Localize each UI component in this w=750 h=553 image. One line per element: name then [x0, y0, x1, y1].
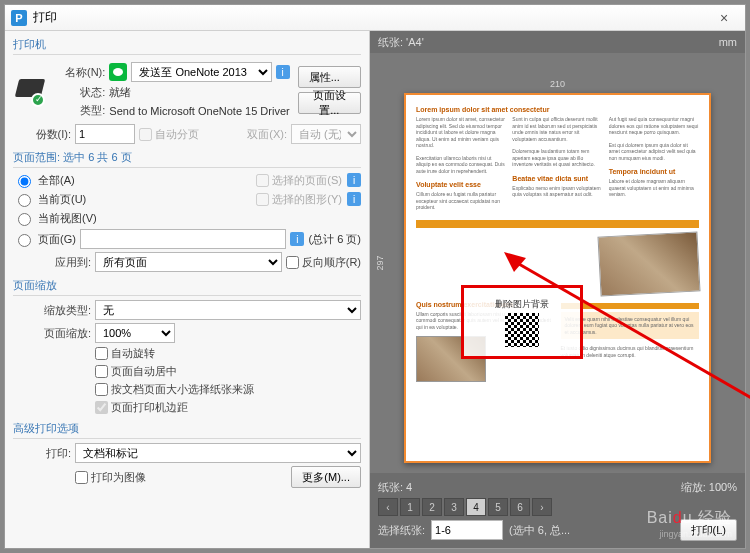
paper-label: 纸张: 'A4' — [378, 35, 424, 50]
by-pdf-size-check[interactable] — [95, 383, 108, 396]
copies-label: 份数(I): — [13, 127, 71, 142]
select-paper-label: 选择纸张: — [378, 523, 425, 538]
page-prev-button[interactable]: ‹ — [378, 498, 398, 516]
zoom-type-select[interactable]: 无 — [95, 300, 361, 320]
print-what-select[interactable]: 文档和标记 — [75, 443, 361, 463]
page-3-button[interactable]: 3 — [444, 498, 464, 516]
reverse-check[interactable] — [286, 256, 299, 269]
info-icon[interactable]: i — [347, 192, 361, 206]
page-2-button[interactable]: 2 — [422, 498, 442, 516]
printer-icon — [13, 75, 43, 105]
page-4-button[interactable]: 4 — [466, 498, 486, 516]
collate-check — [139, 128, 152, 141]
page-5-button[interactable]: 5 — [488, 498, 508, 516]
preview-area: 210 297 Lorem ipsum dolor sit amet conse… — [370, 53, 745, 473]
zoom-scale-select[interactable]: 100% — [95, 323, 175, 343]
margins-check — [95, 401, 108, 414]
qr-title: 删除图片背景 — [495, 298, 549, 311]
more-button[interactable]: 更多(M)... — [291, 466, 361, 488]
apply-select[interactable]: 所有页面 — [95, 252, 282, 272]
zoom-section-header: 页面缩放 — [13, 278, 361, 296]
wechat-icon — [109, 63, 127, 81]
page-navigator: ‹ 1 2 3 4 5 6 › — [378, 498, 552, 516]
printer-section-header: 打印机 — [13, 37, 361, 55]
print-dialog: P 打印 × 打印机 名称(N): 发送至 OneNote 2013 i — [4, 4, 746, 549]
status-label: 状态: — [47, 85, 105, 100]
zoom-type-label: 缩放类型: — [13, 303, 91, 318]
sel-pages-check — [256, 174, 269, 187]
ruler-left: 297 — [375, 255, 385, 270]
sel-graphics-check — [256, 193, 269, 206]
type-label: 类型: — [47, 103, 105, 118]
status-value: 就绪 — [109, 85, 131, 100]
select-paper-input[interactable] — [431, 520, 503, 540]
type-value: Send to Microsoft OneNote 15 Driver — [109, 105, 289, 117]
adv-section-header: 高级打印选项 — [13, 421, 361, 439]
close-icon[interactable]: × — [709, 10, 739, 26]
ruler-top: 210 — [370, 79, 745, 89]
auto-rotate-check[interactable] — [95, 347, 108, 360]
preview-pages-label: 纸张: 4 — [378, 480, 412, 495]
qr-code-icon — [505, 313, 539, 347]
range-view-radio[interactable] — [18, 213, 31, 226]
info-icon[interactable]: i — [347, 173, 361, 187]
print-what-label: 打印: — [13, 446, 71, 461]
name-label: 名称(N): — [47, 65, 105, 80]
page-1-button[interactable]: 1 — [400, 498, 420, 516]
info-icon[interactable]: i — [276, 65, 290, 79]
as-image-check[interactable] — [75, 471, 88, 484]
range-all-radio[interactable] — [18, 175, 31, 188]
zoom-scale-label: 页面缩放: — [13, 326, 91, 341]
print-button[interactable]: 打印(L) — [680, 519, 737, 541]
range-pages-radio[interactable] — [18, 234, 31, 247]
dialog-title: 打印 — [33, 9, 57, 26]
range-section-header: 页面范围: 选中 6 共 6 页 — [13, 150, 361, 168]
range-current-radio[interactable] — [18, 194, 31, 207]
preview-panel: 纸张: 'A4' mm 210 297 Lorem ipsum dolor si… — [370, 31, 745, 548]
unit-label: mm — [719, 36, 737, 48]
printer-select[interactable]: 发送至 OneNote 2013 — [131, 62, 271, 82]
apply-label: 应用到: — [13, 255, 91, 270]
app-icon: P — [11, 10, 27, 26]
copies-input[interactable] — [75, 124, 135, 144]
duplex-label: 双面(X): — [247, 127, 287, 142]
auto-center-check[interactable] — [95, 365, 108, 378]
page-preview: Lorem ipsum dolor sit amet consectetur L… — [404, 93, 711, 463]
page-setup-button[interactable]: 页面设置... — [298, 92, 361, 114]
qr-highlight-box: 删除图片背景 — [461, 285, 583, 359]
pages-input[interactable] — [80, 229, 287, 249]
info-icon[interactable]: i — [290, 232, 304, 246]
page-6-button[interactable]: 6 — [510, 498, 530, 516]
options-panel: 打印机 名称(N): 发送至 OneNote 2013 i 状态: 就绪 — [5, 31, 370, 548]
select-count: (选中 6, 总... — [509, 523, 570, 538]
properties-button[interactable]: 属性... — [298, 66, 361, 88]
pages-count: (总计 6 页) — [308, 232, 361, 247]
page-next-button[interactable]: › — [532, 498, 552, 516]
duplex-select[interactable]: 自动 (无) — [291, 124, 361, 144]
preview-zoom-label: 缩放: 100% — [681, 480, 737, 495]
titlebar: P 打印 × — [5, 5, 745, 31]
